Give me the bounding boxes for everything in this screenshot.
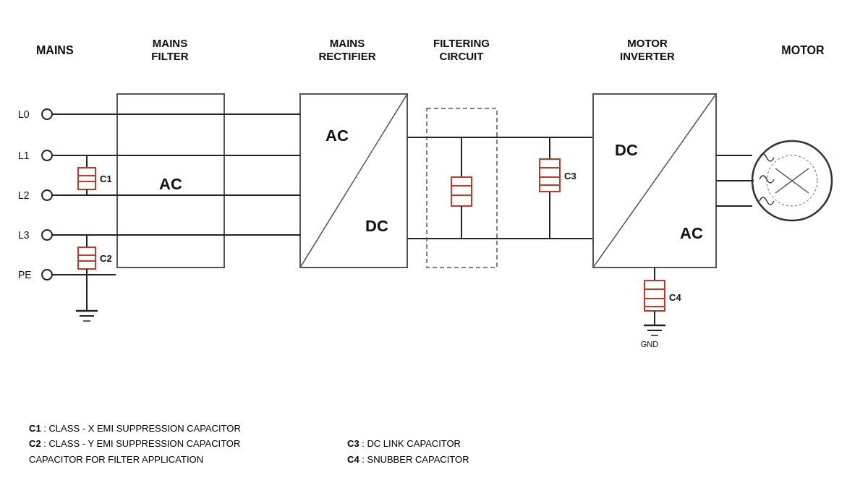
gnd-label: GND — [641, 340, 659, 348]
c2-label: C2 — [100, 253, 112, 264]
circuit-diagram: MAINS MAINS FILTER MAINS RECTIFIER FILTE… — [0, 0, 868, 488]
legend-right-section: C3 : DC LINK CAPACITOR C4 : SNUBBER CAPA… — [347, 437, 469, 468]
motor-inverter-label-line1: MOTOR — [627, 37, 668, 49]
pe-label: PE — [18, 269, 32, 281]
l1-label: L1 — [18, 150, 30, 161]
rectifier-ac-label: AC — [326, 127, 349, 145]
c3-label: C3 — [564, 171, 576, 181]
pe-terminal — [42, 270, 52, 280]
filter-cap-symbol — [451, 177, 472, 206]
l3-label: L3 — [18, 229, 30, 241]
c4-legend: C4 : SNUBBER CAPACITOR — [347, 453, 469, 467]
c1-legend: C1 : CLASS - X EMI SUPPRESSION CAPACITOR — [29, 421, 241, 436]
c3-legend: C3 : DC LINK CAPACITOR — [347, 437, 469, 451]
l2-label: L2 — [18, 189, 30, 201]
motor-inverter-label-line2: INVERTER — [620, 50, 675, 62]
c2-legend: C2 : CLASS - Y EMI SUPPRESSION CAPACITOR — [29, 437, 241, 451]
mains-rectifier-label-line2: RECTIFIER — [318, 50, 375, 62]
mains-rectifier-label-line1: MAINS — [330, 37, 365, 49]
rectifier-dc-label: DC — [365, 217, 388, 235]
inverter-ac-label: AC — [680, 224, 703, 242]
l2-terminal — [42, 190, 52, 200]
l0-terminal — [42, 109, 52, 119]
l1-terminal — [42, 150, 52, 160]
motor-label: MOTOR — [781, 44, 825, 56]
legend-section: C1 : CLASS - X EMI SUPPRESSION CAPACITOR… — [29, 421, 241, 468]
mains-filter-label-line2: FILTER — [151, 50, 189, 62]
l0-label: L0 — [18, 108, 30, 120]
c3-symbol — [540, 159, 560, 192]
filtering-circuit-label-line2: CIRCUIT — [440, 50, 484, 62]
l3-terminal — [42, 230, 52, 240]
c4-label: C4 — [669, 292, 681, 303]
c1-label: C1 — [100, 174, 112, 184]
mains-filter-label-line1: MAINS — [153, 37, 187, 49]
inverter-dc-label: DC — [615, 141, 638, 159]
filtering-circuit-label-line1: FILTERING — [433, 37, 490, 49]
c1-symbol — [78, 168, 95, 189]
c2-extra-legend: CAPACITOR FOR FILTER APPLICATION — [29, 453, 241, 467]
c2-symbol — [78, 247, 95, 269]
filter-ac-label: AC — [159, 175, 182, 193]
mains-label: MAINS — [36, 44, 74, 56]
